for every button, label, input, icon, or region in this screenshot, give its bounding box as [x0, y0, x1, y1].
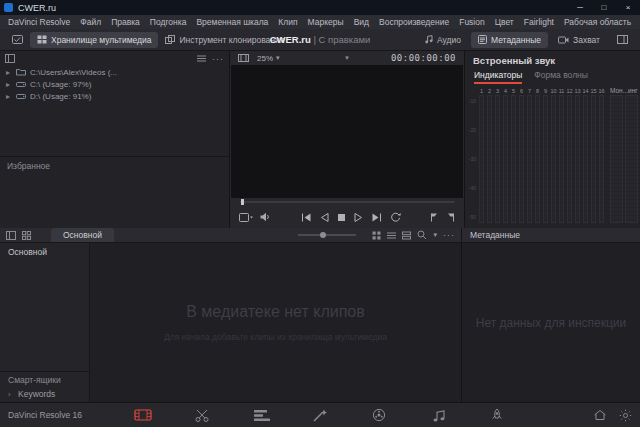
thumbnail-size-slider[interactable]: [298, 234, 356, 236]
playhead-handle[interactable]: [241, 199, 244, 205]
menu-davinci-resolve[interactable]: DaVinci Resolve: [3, 17, 75, 27]
first-frame-button[interactable]: [301, 213, 312, 222]
bin-item-master[interactable]: Основной: [0, 243, 89, 261]
menu-file[interactable]: Файл: [75, 17, 106, 27]
clip-source-icon[interactable]: [238, 54, 249, 62]
media-pool-empty-area[interactable]: В медиатеке нет клипов Для начала добавь…: [90, 243, 461, 402]
cut-page-icon: [194, 409, 210, 422]
keywords-item[interactable]: › Keywords: [0, 386, 89, 402]
minimize-button[interactable]: ─: [568, 0, 592, 15]
menu-timeline[interactable]: Временная шкала: [191, 17, 273, 27]
source-viewer: 25% ▾ ▾ 00:00:00:00: [230, 51, 465, 228]
mark-out-button[interactable]: [446, 213, 455, 222]
storage-more-icon[interactable]: ···: [212, 56, 224, 62]
metadata-panel-button[interactable]: Метаданные: [471, 32, 548, 48]
menu-clip[interactable]: Клип: [273, 17, 302, 27]
menu-playback[interactable]: Воспроизведение: [374, 17, 454, 27]
source-mode-button[interactable]: [239, 213, 253, 222]
page-cut-button[interactable]: [191, 406, 213, 424]
transport-center: [278, 212, 423, 222]
media-storage-label: Хранилище мультимедиа: [51, 35, 151, 45]
workspace-layout-button[interactable]: [610, 32, 635, 47]
tree-item-d-drive[interactable]: ▸ D:\ (Usage: 91%): [0, 90, 229, 102]
last-frame-button[interactable]: [371, 213, 382, 222]
page-color-button[interactable]: [368, 406, 390, 424]
viewer-scrubber[interactable]: [230, 198, 464, 206]
zoom-select[interactable]: 25% ▾: [257, 54, 280, 63]
project-manager-button[interactable]: [593, 409, 607, 421]
chevron-down-icon[interactable]: ▾: [433, 231, 437, 239]
loop-button[interactable]: [390, 212, 401, 222]
menu-markers[interactable]: Маркеры: [303, 17, 349, 27]
stop-button[interactable]: [337, 213, 346, 222]
capture-button[interactable]: Захват: [551, 32, 607, 48]
maximize-button[interactable]: □: [592, 0, 616, 15]
clone-tool-icon: [165, 35, 175, 44]
meter-bar: [575, 95, 580, 223]
close-button[interactable]: ×: [616, 0, 640, 15]
panel-toggle-button[interactable]: [5, 32, 30, 47]
media-storage-button[interactable]: Хранилище мультимедиа: [30, 32, 158, 48]
search-icon[interactable]: [417, 230, 427, 240]
audio-panel-label: Аудио: [437, 35, 461, 45]
list-view-icon[interactable]: [387, 232, 396, 239]
strip-view-icon[interactable]: [402, 231, 411, 240]
clone-tool-label: Инструмент клонирования: [179, 35, 284, 45]
channel-meter: 11: [558, 87, 565, 223]
tree-item-videos[interactable]: ▸ C:\Users\Alex\Videos (...: [0, 66, 229, 78]
page-edit-button[interactable]: [250, 406, 272, 424]
pool-panel-icon[interactable]: [6, 231, 16, 240]
db-scale: -10 -20 -30 -40 -50: [466, 98, 476, 220]
tab-meters[interactable]: Индикаторы: [474, 70, 522, 84]
scrubber-track[interactable]: [240, 201, 454, 203]
menu-trim[interactable]: Подгонка: [145, 17, 192, 27]
page-fairlight-button[interactable]: [427, 406, 449, 424]
meter-bar: [503, 95, 508, 223]
db-tick: -50: [466, 214, 476, 220]
pool-more-icon[interactable]: ···: [443, 232, 455, 238]
menu-fairlight[interactable]: Fairlight: [519, 17, 559, 27]
list-view-icon[interactable]: [197, 55, 206, 62]
viewer-canvas[interactable]: [231, 65, 463, 198]
chevron-right-icon[interactable]: ▸: [6, 68, 12, 77]
tree-item-c-drive[interactable]: ▸ C:\ (Usage: 97%): [0, 78, 229, 90]
project-settings-button[interactable]: [619, 409, 632, 422]
audio-panel-button[interactable]: Аудио: [418, 32, 468, 48]
transport-controls: [230, 206, 464, 228]
chevron-right-icon[interactable]: ›: [8, 390, 14, 399]
chevron-right-icon[interactable]: ▸: [6, 80, 12, 89]
metadata-panel: Метаданные Нет данных для инспекции: [462, 228, 640, 402]
metadata-empty-text: Нет данных для инспекции: [476, 316, 627, 330]
menu-color[interactable]: Цвет: [490, 17, 519, 27]
clip-dropdown-icon[interactable]: ▾: [345, 54, 349, 62]
pool-tab-master[interactable]: Основной: [51, 228, 114, 242]
menu-fusion[interactable]: Fusion: [454, 17, 490, 27]
monitoring-meters: Мон...инг: [610, 87, 638, 223]
play-button[interactable]: [354, 213, 363, 222]
page-fusion-button[interactable]: [309, 406, 331, 424]
slider-knob[interactable]: [320, 232, 326, 238]
project-title[interactable]: CWER.ru | С правками: [270, 34, 371, 45]
menu-edit[interactable]: Правка: [106, 17, 145, 27]
mark-in-button[interactable]: [430, 213, 439, 222]
menu-workspace[interactable]: Рабочая область: [559, 17, 636, 27]
smart-bins-label: Смарт-ящики: [0, 371, 89, 386]
channel-meter: 14: [582, 87, 589, 223]
chevron-right-icon[interactable]: ▸: [6, 92, 12, 101]
titlebar: CWER.ru ─ □ ×: [0, 0, 640, 15]
meter-bar: [527, 95, 532, 223]
pool-grid-icon[interactable]: [22, 231, 31, 240]
timecode-display: 00:00:00:00: [391, 53, 456, 63]
thumbnail-view-icon[interactable]: [372, 231, 381, 240]
menu-help[interactable]: Справка: [636, 17, 640, 27]
menu-view[interactable]: Вид: [349, 17, 374, 27]
db-tick: -40: [466, 185, 476, 191]
page-media-button[interactable]: [132, 406, 154, 424]
page-deliver-button[interactable]: [486, 406, 508, 424]
tab-waveform[interactable]: Форма волны: [534, 70, 588, 84]
play-reverse-button[interactable]: [320, 213, 329, 222]
audio-mute-button[interactable]: [260, 212, 271, 222]
db-tick: -10: [466, 98, 476, 104]
storage-view-icon[interactable]: [5, 54, 15, 63]
audio-panel: Встроенный звук Индикаторы Форма волны -…: [465, 51, 640, 228]
